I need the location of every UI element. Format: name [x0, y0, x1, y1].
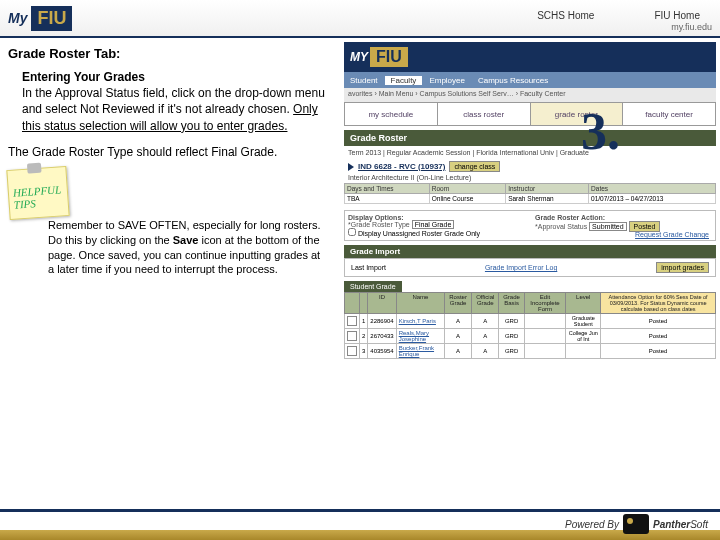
- sub-nav: my schedule class roster grade roster fa…: [344, 102, 716, 126]
- roster-col: Edit Incomplete Form: [524, 293, 566, 314]
- unassigned-label: Display Unassigned Roster Grade Only: [358, 230, 480, 237]
- app-screenshot: MY FIU Student Faculty Employee Campus R…: [340, 38, 720, 498]
- grade-import-header: Grade Import: [344, 245, 716, 258]
- subnav-class-roster[interactable]: class roster: [438, 103, 531, 125]
- roster-action-label: Grade Roster Action:: [535, 214, 712, 221]
- roster-table: IDNameRoster GradeOfficial GradeGrade Ba…: [344, 292, 716, 359]
- roster-col: Grade Basis: [499, 293, 524, 314]
- tab-campus-resources[interactable]: Campus Resources: [472, 76, 554, 85]
- change-class-button[interactable]: change class: [449, 161, 500, 172]
- roster-col: [345, 293, 360, 314]
- student-grade-tab[interactable]: Student Grade: [344, 281, 402, 292]
- schedule-table: Days and Times Room Instructor Dates TBA…: [344, 183, 716, 204]
- term-info: Term 2013 | Regular Academic Session | F…: [344, 146, 716, 159]
- col-dates: Dates: [589, 184, 716, 194]
- import-error-log-link[interactable]: Grade Import Error Log: [485, 264, 557, 271]
- banner-my: MY: [350, 50, 368, 64]
- roster-col: Official Grade: [472, 293, 499, 314]
- step-number: 3.: [581, 102, 620, 161]
- logo-fiu-text: FIU: [31, 6, 72, 31]
- expand-icon[interactable]: [348, 163, 354, 171]
- schs-home-link[interactable]: SCHS Home: [537, 10, 594, 21]
- instructions-panel: Grade Roster Tab: Entering Your Grades I…: [0, 38, 340, 498]
- roster-col: Level: [566, 293, 601, 314]
- header-url: my.fiu.edu: [671, 22, 712, 32]
- roster-col: [360, 293, 368, 314]
- grade-roster-header: Grade Roster: [344, 130, 716, 146]
- roster-col: ID: [368, 293, 396, 314]
- col-room: Room: [429, 184, 505, 194]
- table-row: TBA Online Course Sarah Sherman 01/07/20…: [345, 194, 716, 204]
- footer-divider: [0, 509, 720, 512]
- approval-status-select[interactable]: Submitted: [589, 222, 627, 231]
- app-banner: MY FIU: [344, 42, 716, 72]
- class-row: IND 6628 - RVC (10937) change class: [344, 159, 716, 174]
- panther-icon: [623, 514, 649, 534]
- tab-employee[interactable]: Employee: [423, 76, 471, 85]
- grade-import-row: Last Import Grade Import Error Log impor…: [344, 258, 716, 277]
- subnav-my-schedule[interactable]: my schedule: [345, 103, 438, 125]
- logo-my-text: My: [8, 10, 27, 26]
- instruction-text-1a: In the Approval Status field, click on t…: [22, 86, 325, 116]
- section-title: Grade Roster Tab:: [8, 46, 328, 61]
- request-grade-change-link[interactable]: Request Grade Change: [635, 231, 709, 238]
- row-checkbox[interactable]: [347, 316, 357, 326]
- unassigned-checkbox[interactable]: [348, 228, 356, 236]
- table-row: 22670433Reals,Mary JosephineAAGRDCollege…: [345, 329, 716, 344]
- col-days: Days and Times: [345, 184, 430, 194]
- fiu-home-link[interactable]: FIU Home: [654, 10, 700, 21]
- tab-faculty[interactable]: Faculty: [385, 76, 423, 85]
- table-row: 12286904Kirsch,T ParisAAGRDGraduate Stud…: [345, 314, 716, 329]
- last-import-label: Last Import: [351, 264, 386, 271]
- row-checkbox[interactable]: [347, 346, 357, 356]
- import-grades-button[interactable]: import grades: [656, 262, 709, 273]
- roster-col: Name: [396, 293, 444, 314]
- display-options: Display Options: *Grade Roster Type Fina…: [344, 210, 716, 241]
- course-title: Interior Architecture II (On-Line Lectur…: [344, 174, 716, 181]
- top-header: My FIU SCHS Home FIU Home my.fiu.edu: [0, 0, 720, 38]
- myfiu-logo: My FIU: [8, 6, 72, 31]
- roster-col: Attendance Option for 60% Sess Date of 0…: [601, 293, 716, 314]
- table-row: 34035954Bucker,Frank EnriqueAAGRDPosted: [345, 344, 716, 359]
- col-instructor: Instructor: [506, 184, 589, 194]
- helpful-tips-icon: HELPFUL TIPS: [6, 166, 69, 220]
- entering-grades-heading: Entering Your Grades: [22, 69, 328, 85]
- panthersoft-logo: Powered By PantherSoft: [565, 514, 708, 534]
- tip-text: Remember to SAVE OFTEN, especially for l…: [8, 218, 328, 277]
- approval-status-label: *Approval Status: [535, 223, 587, 230]
- banner-fiu: FIU: [370, 47, 408, 67]
- breadcrumb: avorites › Main Menu › Campus Solutions …: [344, 88, 716, 102]
- grt-label: *Grade Roster Type: [348, 221, 410, 228]
- instruction-text-2: The Grade Roster Type should reflect Fin…: [8, 144, 328, 160]
- subnav-faculty-center[interactable]: faculty center: [623, 103, 715, 125]
- row-checkbox[interactable]: [347, 331, 357, 341]
- top-links: SCHS Home FIU Home: [537, 10, 700, 21]
- roster-col: Roster Grade: [445, 293, 472, 314]
- primary-tabs: Student Faculty Employee Campus Resource…: [344, 72, 716, 88]
- tab-student[interactable]: Student: [344, 76, 384, 85]
- class-link[interactable]: IND 6628 - RVC (10937): [358, 162, 445, 171]
